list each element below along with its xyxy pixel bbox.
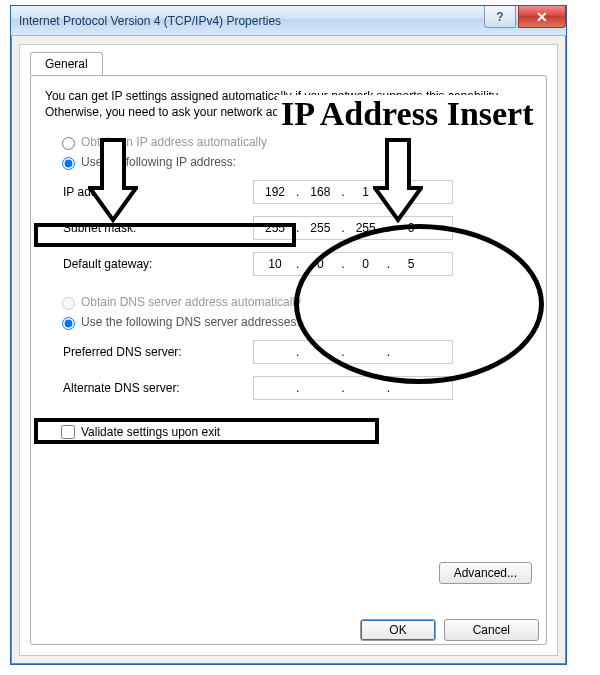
alt-dns-oct3[interactable] [347, 381, 385, 395]
label-gateway: Default gateway: [63, 257, 253, 271]
cancel-button[interactable]: Cancel [444, 619, 539, 641]
validate-label: Validate settings upon exit [81, 425, 220, 439]
radio-ip-auto[interactable]: Obtain an IP address automatically [57, 134, 520, 150]
ip-address-oct3[interactable] [347, 185, 385, 199]
ip-address-oct4[interactable] [392, 185, 430, 199]
radio-ip-auto-input[interactable] [62, 137, 75, 150]
tabstrip: General [30, 44, 103, 68]
input-alternate-dns[interactable]: . . . [253, 376, 453, 400]
radio-dns-manual-input[interactable] [62, 317, 75, 330]
gateway-oct1[interactable] [256, 257, 294, 271]
advanced-button[interactable]: Advanced... [439, 562, 532, 584]
ip-group: IP address: . . . Subnet mask: . . . Def… [63, 180, 532, 276]
validate-checkbox[interactable] [61, 425, 75, 439]
description-text: You can get IP settings assigned automat… [45, 88, 532, 120]
label-alternate-dns: Alternate DNS server: [63, 381, 253, 395]
tab-panel-general: You can get IP settings assigned automat… [30, 75, 547, 645]
pref-dns-oct3[interactable] [347, 345, 385, 359]
subnet-oct2[interactable] [301, 221, 339, 235]
subnet-oct1[interactable] [256, 221, 294, 235]
window-title: Internet Protocol Version 4 (TCP/IPv4) P… [11, 14, 281, 28]
titlebar[interactable]: Internet Protocol Version 4 (TCP/IPv4) P… [11, 6, 566, 36]
dialog-window: Internet Protocol Version 4 (TCP/IPv4) P… [10, 5, 567, 665]
radio-dns-auto-input [62, 297, 75, 310]
radio-ip-auto-label: Obtain an IP address automatically [81, 135, 267, 149]
pref-dns-oct1[interactable] [256, 345, 294, 359]
close-icon: ✕ [536, 9, 548, 25]
radio-dns-manual-label: Use the following DNS server addresses: [81, 315, 300, 329]
radio-dns-auto-label: Obtain DNS server address automatically [81, 295, 301, 309]
client-area: General You can get IP settings assigned… [19, 44, 558, 656]
input-gateway[interactable]: . . . [253, 252, 453, 276]
alt-dns-oct2[interactable] [301, 381, 339, 395]
gateway-oct2[interactable] [301, 257, 339, 271]
dialog-buttons: OK Cancel [360, 619, 539, 641]
label-preferred-dns: Preferred DNS server: [63, 345, 253, 359]
gateway-oct4[interactable] [392, 257, 430, 271]
radio-ip-manual-label: Use the following IP address: [81, 155, 236, 169]
tab-general[interactable]: General [30, 52, 103, 76]
subnet-oct4[interactable] [392, 221, 430, 235]
validate-checkbox-row[interactable]: Validate settings upon exit [57, 422, 532, 442]
gateway-oct3[interactable] [347, 257, 385, 271]
pref-dns-oct2[interactable] [301, 345, 339, 359]
alt-dns-oct4[interactable] [392, 381, 430, 395]
ok-button[interactable]: OK [360, 619, 435, 641]
window-buttons: ? ✕ [484, 6, 566, 28]
label-subnet: Subnet mask: [63, 221, 253, 235]
help-button[interactable]: ? [484, 6, 516, 28]
radio-dns-auto: Obtain DNS server address automatically [57, 294, 520, 310]
alt-dns-oct1[interactable] [256, 381, 294, 395]
radio-ip-manual-input[interactable] [62, 157, 75, 170]
pref-dns-oct4[interactable] [392, 345, 430, 359]
input-subnet[interactable]: . . . [253, 216, 453, 240]
label-ip-address: IP address: [63, 185, 253, 199]
radio-dns-manual[interactable]: Use the following DNS server addresses: [57, 314, 520, 330]
ip-address-oct2[interactable] [301, 185, 339, 199]
advanced-row: Advanced... [439, 562, 532, 584]
subnet-oct3[interactable] [347, 221, 385, 235]
close-button[interactable]: ✕ [518, 6, 566, 28]
input-preferred-dns[interactable]: . . . [253, 340, 453, 364]
dns-group: Preferred DNS server: . . . Alternate DN… [63, 340, 532, 400]
input-ip-address[interactable]: . . . [253, 180, 453, 204]
ip-address-oct1[interactable] [256, 185, 294, 199]
help-icon: ? [496, 10, 503, 24]
radio-ip-manual[interactable]: Use the following IP address: [57, 154, 520, 170]
